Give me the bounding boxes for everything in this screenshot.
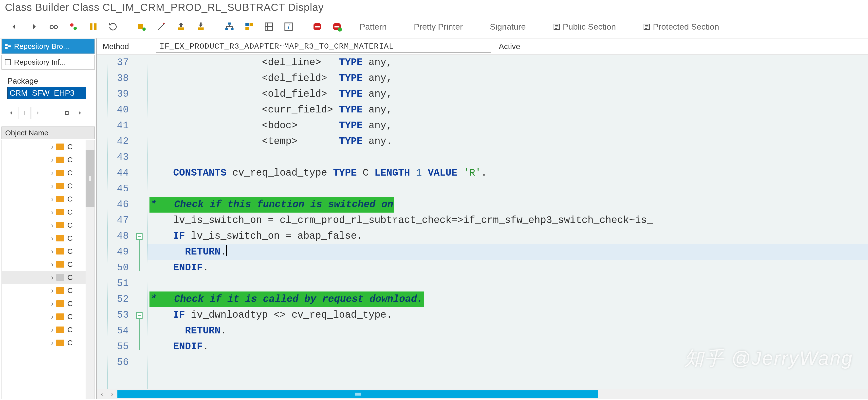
scroll-track[interactable] — [117, 390, 868, 398]
folder-icon — [56, 313, 64, 320]
nav-more[interactable] — [61, 107, 73, 119]
code-line[interactable]: * Check if it is called by request downl… — [148, 291, 868, 307]
pattern-button[interactable]: Pattern — [360, 22, 387, 32]
code-line[interactable]: * Check if this function is switched on — [148, 197, 868, 213]
folder-icon — [56, 157, 64, 163]
code-line[interactable]: <temp> TYPE any. — [148, 134, 868, 149]
nav-expand[interactable] — [74, 107, 86, 119]
tree-row[interactable]: ›C — [2, 206, 94, 218]
nav-next-sep — [45, 107, 57, 119]
code-lines[interactable]: <del_line> TYPE any, <del_field> TYPE an… — [148, 55, 868, 389]
scroll-left[interactable]: ‹ — [97, 389, 107, 399]
fold-toggle[interactable] — [136, 233, 143, 240]
tree-row[interactable]: ›C — [2, 258, 94, 271]
glasses-icon[interactable] — [47, 20, 61, 34]
status-label: Active — [491, 42, 520, 51]
step-out-icon[interactable] — [174, 20, 188, 34]
code-line[interactable] — [148, 149, 868, 165]
back-button[interactable] — [7, 20, 21, 34]
svg-rect-28 — [8, 45, 10, 48]
code-line[interactable]: lv_is_switch_on = cl_crm_prod_rl_subtrac… — [148, 213, 868, 228]
folder-icon — [56, 287, 64, 294]
code-line[interactable]: <del_line> TYPE any, — [148, 55, 868, 70]
tab-repository-browser[interactable]: Repository Bro... — [1, 39, 95, 54]
nav-prev[interactable] — [5, 107, 17, 119]
horizontal-scrollbar[interactable]: ‹ › — [97, 389, 868, 399]
svg-text:i: i — [288, 23, 289, 31]
package-input[interactable] — [7, 87, 86, 99]
step-in-icon[interactable] — [194, 20, 208, 34]
code-line[interactable]: CONSTANTS cv_req_load_type TYPE C LENGTH… — [148, 165, 868, 181]
tree-item-label: C — [67, 221, 73, 229]
columns-icon[interactable] — [86, 20, 100, 34]
breakpoint-icon[interactable] — [135, 20, 149, 34]
public-section-button[interactable]: Public Section — [553, 22, 616, 32]
tree-row[interactable]: ›C — [2, 245, 94, 258]
tree-row[interactable]: ›C — [2, 310, 94, 323]
code-line[interactable] — [148, 355, 868, 370]
svg-rect-32 — [51, 111, 51, 115]
tree-scroll-thumb[interactable] — [86, 150, 94, 207]
tree-item-label: C — [67, 260, 73, 269]
tree-row[interactable]: ›C — [2, 192, 94, 206]
tree-row[interactable]: ›C — [2, 179, 94, 192]
marker-gutter — [97, 55, 107, 389]
where-used-icon[interactable] — [242, 20, 256, 34]
tab-repository-info[interactable]: i Repository Inf... — [1, 55, 95, 69]
code-area[interactable]: 3738394041424344454647484950515253545556… — [97, 55, 868, 389]
svg-rect-15 — [245, 27, 249, 30]
hierarchy-icon[interactable] — [222, 20, 236, 34]
chevron-right-icon: › — [51, 286, 54, 295]
method-name-field[interactable]: IF_EX_PRODUCT_R3_ADAPTER~MAP_R3_TO_CRM_M… — [156, 41, 491, 53]
activate-icon[interactable] — [67, 20, 81, 34]
code-line[interactable]: ENDIF. — [148, 260, 868, 276]
svg-point-0 — [50, 25, 53, 29]
code-line[interactable] — [148, 181, 868, 197]
tree-row[interactable]: ›C — [2, 336, 94, 349]
tree-row[interactable]: ›C — [2, 297, 94, 310]
code-line[interactable]: IF iv_dwnloadtyp <> cv_req_load_type. — [148, 307, 868, 323]
code-line[interactable] — [148, 276, 868, 291]
signature-button[interactable]: Signature — [490, 22, 526, 32]
code-line[interactable]: RETURN. — [148, 244, 868, 260]
svg-rect-22 — [335, 26, 339, 27]
tree-row[interactable]: ›C — [2, 271, 94, 284]
forward-button[interactable] — [27, 20, 41, 34]
tree-row[interactable]: ›C — [2, 218, 94, 232]
protected-section-label: Protected Section — [653, 22, 719, 31]
protected-section-button[interactable]: Protected Section — [643, 22, 719, 32]
chevron-right-icon: › — [51, 299, 54, 308]
tree-row[interactable]: ›C — [2, 153, 94, 166]
tree-vertical-scrollbar[interactable] — [86, 140, 94, 399]
svg-point-23 — [338, 27, 342, 32]
fold-toggle[interactable] — [136, 312, 143, 319]
code-line[interactable]: IF lv_is_switch_on = abap_false. — [148, 228, 868, 244]
fold-gutter[interactable] — [132, 55, 148, 389]
info-icon[interactable]: i — [282, 20, 296, 34]
code-line[interactable]: <del_field> TYPE any, — [148, 70, 868, 86]
code-line[interactable]: <bdoc> TYPE any, — [148, 118, 868, 134]
scroll-right[interactable]: › — [107, 389, 117, 399]
stop-icon[interactable] — [310, 20, 324, 34]
folder-icon — [56, 261, 64, 268]
folder-icon — [56, 222, 64, 228]
refresh-icon[interactable] — [106, 20, 120, 34]
tree-row[interactable]: ›C — [2, 323, 94, 336]
layout-icon[interactable] — [262, 20, 276, 34]
scroll-thumb[interactable] — [117, 390, 598, 398]
tree-row[interactable]: ›C — [2, 232, 94, 245]
code-line[interactable]: RETURN. — [148, 323, 868, 339]
code-line[interactable]: ENDIF. — [148, 339, 868, 355]
object-tree[interactable]: ›C›C›C›C›C›C›C›C›C›C›C›C›C›C›C›C — [1, 140, 95, 399]
code-line[interactable]: <curr_field> TYPE any, — [148, 102, 868, 118]
code-line[interactable]: <old_field> TYPE any, — [148, 86, 868, 102]
tree-row[interactable]: ›C — [2, 140, 94, 153]
svg-point-1 — [54, 25, 58, 29]
tree-row[interactable]: ›C — [2, 166, 94, 179]
pretty-printer-button[interactable]: Pretty Printer — [414, 22, 463, 32]
nav-next[interactable] — [32, 107, 44, 119]
chevron-right-icon: › — [51, 156, 54, 164]
wand-icon[interactable] — [154, 20, 168, 34]
stop-add-icon[interactable] — [330, 20, 344, 34]
tree-row[interactable]: ›C — [2, 284, 94, 297]
